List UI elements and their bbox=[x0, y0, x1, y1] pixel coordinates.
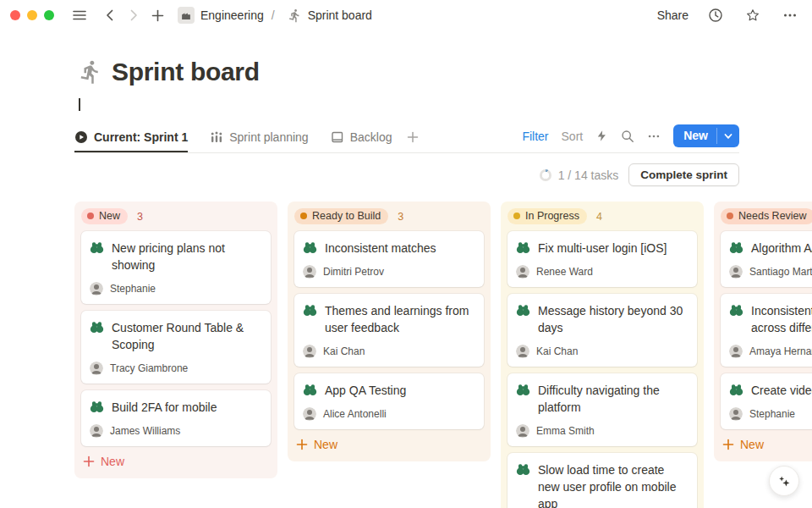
task-card[interactable]: Message history beyond 30 daysKai Chan bbox=[508, 294, 697, 367]
task-card[interactable]: Algorithm A/B TestingSantiago Martinez bbox=[721, 231, 812, 287]
column-status-label: Ready to Build bbox=[312, 210, 381, 222]
search-icon[interactable] bbox=[621, 130, 634, 143]
nav-forward-icon[interactable] bbox=[123, 5, 144, 25]
binoculars-icon bbox=[729, 303, 743, 336]
assignee-avatar bbox=[516, 345, 529, 358]
assignee-name: James Williams bbox=[110, 425, 180, 437]
column-status-pill[interactable]: Needs Review bbox=[721, 208, 812, 224]
assignee-name: Kai Chan bbox=[323, 345, 365, 357]
nav-back-icon[interactable] bbox=[100, 5, 120, 25]
task-card[interactable]: Inconsistent user data across different … bbox=[721, 294, 812, 367]
task-card[interactable]: Fix multi-user login [iOS]Renee Ward bbox=[508, 231, 697, 287]
sort-button[interactable]: Sort bbox=[562, 130, 584, 143]
add-card-label: New bbox=[101, 455, 124, 468]
complete-sprint-button[interactable]: Complete sprint bbox=[628, 163, 739, 186]
assignee-avatar bbox=[516, 424, 529, 438]
task-card-title: Fix multi-user login [iOS] bbox=[538, 240, 667, 257]
assignee-name: Santiago Martinez bbox=[749, 266, 812, 278]
clock-history-icon[interactable] bbox=[705, 5, 726, 25]
new-item-button-label: New bbox=[673, 124, 716, 147]
sprint-planning-icon bbox=[210, 130, 223, 144]
task-card-title: Build 2FA for mobile bbox=[112, 399, 217, 416]
breadcrumb-workspace[interactable]: Engineering bbox=[200, 8, 264, 22]
task-card[interactable]: New pricing plans not showingStephanie bbox=[81, 231, 271, 304]
column-header: New3 bbox=[81, 208, 271, 224]
assignee-name: Kai Chan bbox=[536, 345, 578, 357]
binoculars-icon bbox=[90, 240, 104, 273]
column-header: Ready to Build3 bbox=[294, 208, 484, 224]
more-options-icon[interactable] bbox=[780, 5, 800, 25]
minimize-window-button[interactable] bbox=[27, 10, 37, 20]
status-dot-icon bbox=[300, 213, 307, 219]
task-card[interactable]: Themes and learnings from user feedbackK… bbox=[294, 294, 484, 367]
assignee-name: Emma Smith bbox=[536, 425, 595, 437]
new-item-button[interactable]: New bbox=[673, 124, 739, 147]
close-window-button[interactable] bbox=[10, 10, 20, 20]
binoculars-icon bbox=[303, 240, 317, 257]
text-cursor bbox=[79, 98, 80, 111]
assignee-avatar bbox=[90, 362, 103, 375]
binoculars-icon bbox=[516, 462, 530, 508]
plus-icon bbox=[296, 439, 308, 450]
binoculars-icon bbox=[729, 383, 743, 399]
task-card[interactable]: Build 2FA for mobileJames Williams bbox=[81, 390, 271, 446]
share-button[interactable]: Share bbox=[657, 8, 689, 22]
breadcrumb-page[interactable]: Sprint board bbox=[308, 8, 372, 22]
board-column-ready-to-build: Ready to Build3Inconsistent matchesDimit… bbox=[288, 202, 491, 461]
view-tabs-bar: Current: Sprint 1 Sprint planning Backlo… bbox=[74, 124, 739, 153]
binoculars-icon bbox=[90, 400, 104, 416]
sprint-progress-donut bbox=[540, 169, 551, 181]
sprint-progress-text: 1 / 14 tasks bbox=[558, 168, 619, 182]
column-status-label: Needs Review bbox=[738, 210, 807, 222]
task-card[interactable]: Slow load time to create new user profil… bbox=[508, 453, 697, 508]
ai-assistant-button[interactable] bbox=[769, 466, 799, 496]
binoculars-icon bbox=[516, 383, 530, 416]
assignee-name: Renee Ward bbox=[536, 266, 593, 278]
assignee-name: Alice Antonelli bbox=[323, 408, 387, 420]
column-header: In Progress4 bbox=[508, 208, 697, 224]
column-card-count: 3 bbox=[398, 211, 403, 223]
favorite-star-icon[interactable] bbox=[743, 5, 763, 25]
add-card-label: New bbox=[314, 438, 337, 451]
assignee-avatar bbox=[90, 282, 103, 295]
binoculars-icon bbox=[516, 240, 530, 257]
status-dot-icon bbox=[727, 213, 733, 219]
column-status-pill[interactable]: In Progress bbox=[508, 208, 587, 224]
assignee-name: Tracy Giambrone bbox=[110, 362, 188, 374]
sidebar-menu-icon[interactable] bbox=[69, 5, 90, 25]
page-content: Sprint board Current: Sprint 1 Sprint pl… bbox=[0, 58, 812, 508]
breadcrumb-separator: / bbox=[272, 8, 275, 22]
add-card-button[interactable]: New bbox=[294, 434, 339, 455]
filter-button[interactable]: Filter bbox=[522, 130, 548, 143]
task-card[interactable]: App QA TestingAlice Antonelli bbox=[294, 373, 484, 429]
maximize-window-button[interactable] bbox=[44, 10, 54, 20]
tab-backlog[interactable]: Backlog bbox=[331, 125, 392, 152]
task-card-title: Inconsistent user data across different … bbox=[751, 302, 812, 336]
task-card[interactable]: Create video guidesStephanie bbox=[721, 373, 812, 429]
kanban-board: New3New pricing plans not showingStephan… bbox=[74, 202, 812, 508]
chevron-down-icon[interactable] bbox=[717, 124, 739, 147]
board-column-in-progress: In Progress4Fix multi-user login [iOS]Re… bbox=[501, 202, 704, 508]
window-controls bbox=[10, 10, 54, 20]
task-card-title: App QA Testing bbox=[325, 382, 406, 399]
view-more-icon[interactable] bbox=[647, 130, 661, 143]
task-card[interactable]: Inconsistent matchesDimitri Petrov bbox=[294, 231, 484, 287]
new-page-icon[interactable] bbox=[147, 5, 167, 25]
column-status-pill[interactable]: New bbox=[81, 208, 128, 224]
add-card-button[interactable]: New bbox=[81, 451, 126, 472]
tab-current-sprint[interactable]: Current: Sprint 1 bbox=[74, 125, 188, 152]
page-running-person-icon[interactable] bbox=[78, 59, 103, 85]
column-status-pill[interactable]: Ready to Build bbox=[294, 208, 388, 224]
task-card[interactable]: Customer Round Table & ScopingTracy Giam… bbox=[81, 311, 271, 384]
add-card-label: New bbox=[740, 438, 764, 451]
add-card-button[interactable]: New bbox=[721, 434, 765, 455]
sprint-status-bar: 1 / 14 tasks Complete sprint bbox=[74, 163, 739, 186]
page-title[interactable]: Sprint board bbox=[112, 58, 260, 86]
automation-lightning-icon[interactable] bbox=[595, 130, 608, 142]
binoculars-icon bbox=[303, 383, 317, 399]
tab-sprint-planning[interactable]: Sprint planning bbox=[210, 125, 308, 152]
task-card-title: New pricing plans not showing bbox=[112, 240, 261, 273]
running-person-icon bbox=[288, 8, 302, 23]
task-card[interactable]: Difficulty navigating the platformEmma S… bbox=[508, 373, 697, 446]
add-view-plus-icon[interactable] bbox=[407, 131, 419, 146]
